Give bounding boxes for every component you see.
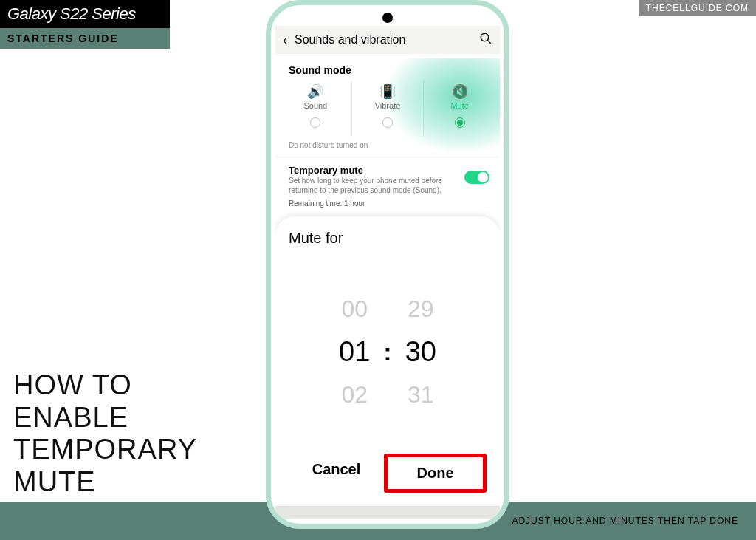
article-title: HOW TO ENABLE TEMPORARY MUTE <box>13 369 197 499</box>
settings-header: ‹ Sounds and vibration <box>275 26 500 54</box>
mute-icon: 🔇 <box>424 83 495 100</box>
mode-mute[interactable]: 🔇 Mute <box>424 81 495 137</box>
temporary-mute-toggle[interactable] <box>464 171 489 184</box>
vibrate-icon: 📳 <box>352 83 424 100</box>
sheet-actions: Cancel Done <box>289 454 487 499</box>
hour-column[interactable]: 00 01 02 <box>339 295 370 409</box>
series-badge: Galaxy S22 Series STARTERS GUIDE <box>0 0 170 49</box>
mute-for-sheet: Mute for 00 01 02 : 29 30 31 Cancel Done <box>275 216 500 506</box>
minute-column[interactable]: 29 30 31 <box>405 295 436 409</box>
back-icon[interactable]: ‹ <box>283 33 287 48</box>
front-camera <box>382 13 393 23</box>
svg-line-1 <box>487 40 491 44</box>
site-watermark: THECELLGUIDE.COM <box>639 0 756 16</box>
nav-bar <box>275 506 500 519</box>
done-button[interactable]: Done <box>384 454 487 493</box>
radio-vibrate[interactable] <box>382 117 393 128</box>
sound-icon: 🔊 <box>280 83 351 100</box>
series-title: Galaxy S22 Series <box>0 0 170 28</box>
temporary-mute-title: Temporary mute <box>289 165 458 176</box>
minute-selected: 30 <box>405 336 436 368</box>
time-picker[interactable]: 00 01 02 : 29 30 31 <box>289 264 487 439</box>
page-title: Sounds and vibration <box>295 33 472 47</box>
mode-vibrate[interactable]: 📳 Vibrate <box>352 81 425 137</box>
radio-sound[interactable] <box>310 117 320 128</box>
step-caption: ADJUST HOUR AND MINUTES THEN TAP DONE <box>512 516 738 526</box>
radio-mute[interactable] <box>455 117 465 128</box>
phone-screen: ‹ Sounds and vibration Sound mode 🔊 Soun… <box>275 26 500 519</box>
dnd-status: Do not disturb turned on <box>275 137 500 157</box>
temporary-mute-desc: Set how long to keep your phone muted be… <box>289 176 458 195</box>
sound-mode-title: Sound mode <box>275 54 500 81</box>
temporary-mute-row[interactable]: Temporary mute Set how long to keep your… <box>275 157 500 199</box>
cancel-button[interactable]: Cancel <box>289 454 384 493</box>
svg-point-0 <box>481 33 489 41</box>
mode-sound[interactable]: 🔊 Sound <box>280 81 352 137</box>
hour-selected: 01 <box>339 336 370 368</box>
search-icon[interactable] <box>479 32 492 48</box>
series-subtitle: STARTERS GUIDE <box>0 28 170 49</box>
remaining-time: Remaining time: 1 hour <box>275 199 500 213</box>
phone-frame: ‹ Sounds and vibration Sound mode 🔊 Soun… <box>266 0 509 529</box>
time-separator: : <box>383 338 391 366</box>
sheet-title: Mute for <box>289 230 487 247</box>
sound-mode-options: 🔊 Sound 📳 Vibrate 🔇 Mute <box>275 81 500 137</box>
